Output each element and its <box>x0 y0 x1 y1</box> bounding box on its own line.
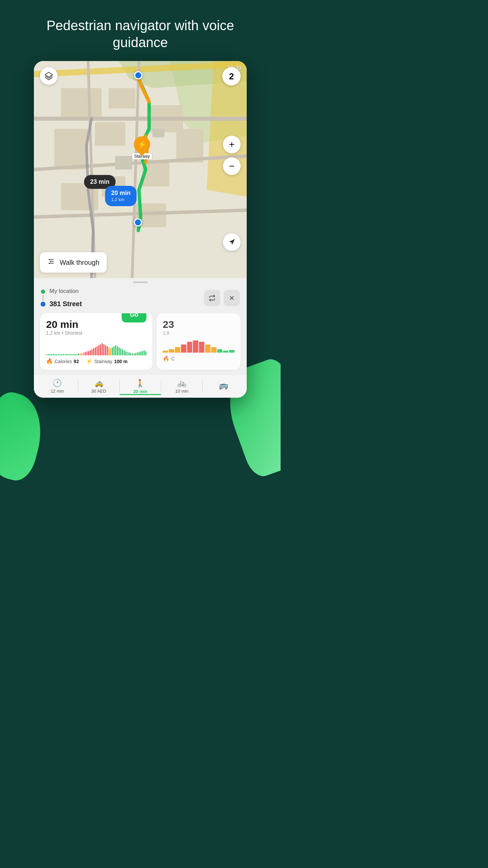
secondary-bar-segment <box>217 349 223 353</box>
svg-rect-2 <box>108 88 136 108</box>
bar-segment <box>72 354 73 355</box>
nav-tab-taxi[interactable]: 🚕 30 AED <box>78 377 120 396</box>
secondary-bar-segment <box>211 347 217 353</box>
pin-line <box>43 295 43 301</box>
bar-segment <box>135 353 136 356</box>
bar-segment <box>93 348 94 355</box>
bar-segment <box>108 347 109 355</box>
bar-segment <box>97 346 98 355</box>
center-location-button[interactable] <box>223 233 241 251</box>
walk-through-button[interactable]: Walk through <box>40 252 107 273</box>
route-card-primary[interactable]: 20 min 1,2 km • Shortest Go 🔥 Calories 9… <box>40 313 152 370</box>
secondary-elevation-chart <box>163 339 235 353</box>
bar-segment <box>128 352 129 355</box>
page-title: Pedestrian navigator with voice guidance <box>0 0 281 61</box>
route-meta: 🔥 Calories 92 ⚡ Stairway 100 m <box>46 358 146 364</box>
bar-segment <box>120 348 121 355</box>
bar-segment <box>48 354 49 355</box>
bar-segment <box>80 353 81 355</box>
calories-icon: 🔥 <box>46 358 53 364</box>
from-label: My location <box>49 288 200 295</box>
bar-segment <box>105 345 106 355</box>
bar-segment <box>49 354 50 355</box>
secondary-calories-icon: 🔥 <box>163 355 169 362</box>
nav-tab-walk[interactable]: 🚶 20 min <box>120 377 161 395</box>
location-actions <box>204 290 240 306</box>
location-row: My location 381 Street <box>34 285 247 313</box>
secondary-bar-segment <box>229 350 235 353</box>
taxi-icon: 🚕 <box>94 379 103 388</box>
phone-frame: 12:30 2 ⚡ Stairway 23 min 20 min 1 <box>34 61 247 398</box>
nav-tab-bike[interactable]: 🚲 10 min <box>161 377 203 396</box>
stairway-meta-icon: ⚡ <box>86 358 93 364</box>
drag-handle[interactable] <box>34 278 247 285</box>
filter-icon <box>47 258 55 267</box>
bar-segment <box>117 346 118 355</box>
step-counter[interactable]: 2 <box>222 67 241 85</box>
location-texts: My location 381 Street <box>49 288 200 308</box>
bar-segment <box>139 352 140 356</box>
stairway-meta-label: Stairway <box>94 359 113 364</box>
bar-segment <box>130 353 131 356</box>
route-card-secondary[interactable]: 23 1,8 🔥 C <box>157 313 241 370</box>
swap-locations-button[interactable] <box>204 290 220 306</box>
secondary-calories-label: C <box>171 356 175 361</box>
bar-segment <box>81 353 82 356</box>
bottom-panel: My location 381 Street <box>34 278 247 374</box>
bar-segment <box>125 351 126 355</box>
bar-segment <box>76 354 77 356</box>
bar-segment <box>115 345 116 355</box>
walk-icon: 🚶 <box>136 379 145 388</box>
svg-rect-3 <box>54 129 88 170</box>
nav-tab-bus[interactable]: 🚌 <box>203 379 244 393</box>
bar-segment <box>140 351 141 355</box>
bar-segment <box>78 353 79 355</box>
secondary-bar-segment <box>181 344 186 353</box>
bar-segment <box>75 354 76 356</box>
zoom-out-button[interactable]: − <box>223 157 241 175</box>
clear-route-button[interactable] <box>224 290 240 306</box>
secondary-bar-segment <box>163 351 168 353</box>
bar-segment <box>145 351 146 355</box>
bar-segment <box>73 354 74 355</box>
bar-segment <box>88 351 89 356</box>
bar-segment <box>98 345 99 355</box>
bar-segment <box>63 354 64 356</box>
secondary-bar-segment <box>223 351 228 353</box>
navigation-icon <box>228 238 236 246</box>
nav-time-label: 12 min <box>50 389 64 394</box>
bar-segment <box>102 343 103 355</box>
layers-icon <box>44 72 53 80</box>
route-main-duration: 20 min <box>111 189 130 197</box>
user-location-start <box>134 71 142 79</box>
go-button[interactable]: Go <box>122 313 146 322</box>
bar-segment <box>142 351 143 356</box>
bar-segment <box>100 344 101 355</box>
bar-segment <box>114 346 115 355</box>
svg-point-25 <box>49 263 50 264</box>
calories-label: Calories <box>55 359 72 364</box>
bar-segment <box>112 347 113 355</box>
secondary-bar-segment <box>169 349 174 353</box>
bar-segment <box>107 346 108 355</box>
layers-button[interactable] <box>40 67 58 85</box>
bar-segment <box>60 354 61 355</box>
bottom-nav: 🕐 12 min 🚕 30 AED 🚶 20 min 🚲 10 min 🚌 <box>34 374 247 398</box>
zoom-in-button[interactable]: + <box>223 136 241 153</box>
secondary-bar-segment <box>175 347 180 353</box>
secondary-calories: 🔥 C <box>163 355 175 362</box>
bar-segment <box>68 354 69 356</box>
bar-segment <box>85 352 86 356</box>
stairway-item: ⚡ Stairway 100 m <box>86 358 127 364</box>
nav-tab-time[interactable]: 🕐 12 min <box>37 377 78 396</box>
bike-icon: 🚲 <box>177 379 186 388</box>
to-dot <box>41 302 45 307</box>
bar-segment <box>58 354 59 355</box>
route-main-bubble: 20 min 1,2 km <box>105 186 137 206</box>
stairway-pin[interactable]: ⚡ Stairway <box>132 136 152 159</box>
bar-segment <box>65 354 66 355</box>
bar-segment <box>55 354 56 355</box>
bar-segment <box>53 354 54 355</box>
nav-taxi-label: 30 AED <box>91 389 106 394</box>
bg-decoration-left <box>0 389 51 485</box>
